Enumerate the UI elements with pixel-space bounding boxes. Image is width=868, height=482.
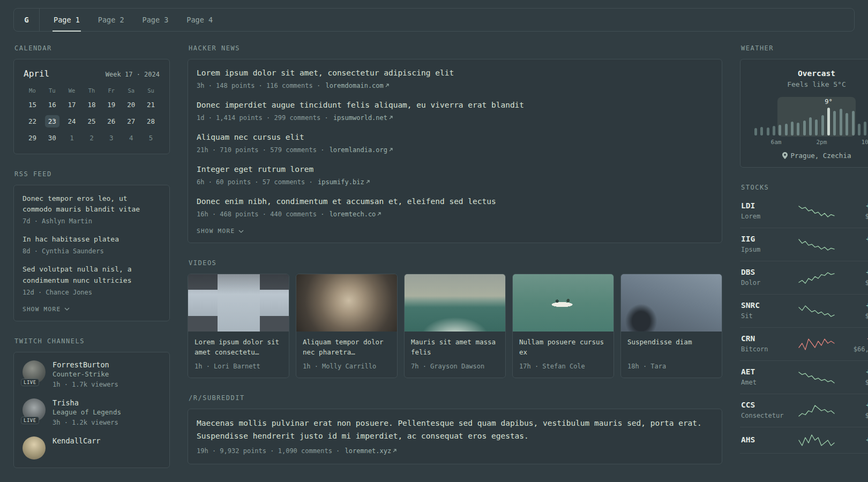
hn-source-link[interactable]: loremtech.co: [330, 210, 382, 218]
stock-price: $156.28: [843, 278, 868, 288]
stock-price: $42.04: [843, 245, 868, 254]
twitch-list: LIVEForrestBurtonCounter-Strike1h · 1.7k…: [23, 360, 161, 460]
twitch-channel[interactable]: KendallCarr: [23, 436, 161, 460]
weather-time-label: 2pm: [817, 139, 827, 146]
avatar: LIVE: [23, 398, 46, 421]
stock-row[interactable]: IIGIpsum+2.84%$42.04: [740, 228, 868, 261]
tab-page-3[interactable]: Page 3: [141, 9, 170, 32]
rss-item-title[interactable]: Donec tempor eros leo, ut commodo mauris…: [23, 193, 161, 215]
chevron-down-icon: [238, 230, 244, 233]
stock-ticker: CCS: [741, 401, 790, 409]
calendar-day: 19: [101, 97, 121, 112]
video-card[interactable]: Lorem ipsum dolor sit amet consectetu…1h…: [188, 274, 289, 378]
rss-show-more-button[interactable]: SHOW MORE: [23, 306, 70, 313]
location-pin-icon: [782, 152, 788, 159]
dashboard-page: G Page 1Page 2Page 3Page 4 CALENDAR Apri…: [0, 0, 868, 468]
weather-bar: [833, 111, 836, 135]
hn-item-title[interactable]: Aliquam nec cursus elit: [197, 132, 713, 143]
rss-item-title[interactable]: Sed volutpat nulla nisl, a condimentum n…: [23, 264, 161, 285]
twitch-channel[interactable]: LIVETrishaLeague of Legends3h · 1.2k vie…: [23, 398, 161, 427]
video-card[interactable]: Aliquam tempor dolor nec pharetra…1h · M…: [296, 274, 398, 378]
hn-source-link[interactable]: ipsumworld.net: [333, 114, 393, 122]
hn-source-link[interactable]: loremdomain.com: [325, 82, 389, 89]
calendar-day-header: Th: [82, 84, 102, 96]
stock-row[interactable]: DBSDolor+1.42%$156.28: [740, 261, 868, 295]
avatar: [23, 436, 46, 460]
stock-row[interactable]: SNRCSit+1.36%$148.64: [740, 295, 868, 328]
calendar-box: April Week 17 · 2024 MoTuWeThFrSaSu15161…: [13, 59, 170, 154]
stock-right: +4.35%$795.18: [843, 201, 868, 221]
weather-columns: [753, 106, 868, 135]
video-card[interactable]: Suspendisse diam18h · Tara: [620, 274, 722, 378]
twitch-channel[interactable]: LIVEForrestBurtonCounter-Strike1h · 1.7k…: [23, 360, 161, 389]
hn-item-meta: 21h · 710 points · 579 comments · loreml…: [197, 145, 713, 155]
weather-bar: [754, 128, 757, 135]
stock-right: +0.51%$165.84: [843, 401, 868, 420]
hn-item-title[interactable]: Integer eget rutrum lorem: [197, 164, 713, 175]
rss-item: Donec tempor eros leo, ut commodo mauris…: [23, 193, 161, 226]
rss-item-title[interactable]: In hac habitasse platea: [23, 234, 161, 245]
stock-name: Bitcorn: [741, 344, 790, 354]
hn-item-title[interactable]: Donec imperdiet augue tincidunt felis al…: [197, 100, 713, 111]
hn-item: Lorem ipsum dolor sit amet, consectetur …: [197, 67, 713, 91]
stock-ticker: SNRC: [741, 301, 790, 310]
stock-row[interactable]: AHS+0.46%: [740, 427, 868, 454]
tab-page-1[interactable]: Page 1: [53, 9, 81, 32]
weather-bar: [785, 124, 788, 135]
hn-item-title[interactable]: Lorem ipsum dolor sit amet, consectetur …: [197, 67, 713, 79]
stock-name: Sit: [741, 311, 790, 321]
calendar-day: 21: [141, 97, 161, 112]
video-card[interactable]: Mauris sit amet massa felis7h · Grayson …: [404, 274, 506, 378]
nav-tabs: Page 1Page 2Page 3Page 4: [40, 9, 230, 31]
left-column: CALENDAR April Week 17 · 2024 MoTuWeThFr…: [13, 44, 170, 468]
external-link-icon: [377, 212, 381, 216]
hn-source-link[interactable]: loremlandia.org: [330, 146, 393, 154]
calendar-day: 24: [62, 114, 82, 129]
stock-row[interactable]: AETAmet+0.92%$499.72: [740, 361, 868, 394]
calendar-widget-title: CALENDAR: [14, 44, 170, 52]
logo[interactable]: G: [14, 9, 40, 31]
hn-item: Integer eget rutrum lorem6h · 60 points …: [197, 164, 713, 187]
stock-name: Ipsum: [741, 245, 790, 254]
weather-bar: [827, 108, 830, 135]
top-navigation: G Page 1Page 2Page 3Page 4: [13, 8, 855, 32]
external-link-icon: [385, 83, 390, 88]
calendar-day: 2: [82, 130, 102, 146]
twitch-widget: TWITCH CHANNELS LIVEForrestBurtonCounter…: [13, 337, 170, 468]
stock-sparkline: [790, 434, 843, 447]
stocks-list: LDILorem+4.35%$795.18IIGIpsum+2.84%$42.0…: [740, 198, 868, 454]
rss-item: Sed volutpat nulla nisl, a condimentum n…: [23, 264, 161, 297]
tab-page-2[interactable]: Page 2: [97, 9, 125, 32]
calendar-day: 20: [121, 97, 141, 112]
video-body: Lorem ipsum dolor sit amet consectetu…1h…: [188, 332, 289, 378]
calendar-day: 22: [23, 114, 42, 129]
stock-right: +2.84%$42.04: [843, 235, 868, 254]
hn-item-title[interactable]: Donec enim nibh, condimentum et accumsan…: [197, 196, 713, 207]
hackernews-show-more-button[interactable]: SHOW MORE: [197, 228, 244, 235]
hackernews-widget: HACKER NEWS Lorem ipsum dolor sit amet, …: [188, 44, 722, 243]
rss-widget: RSS FEED Donec tempor eros leo, ut commo…: [13, 170, 170, 321]
video-body: Nullam posuere cursus ex17h · Stefan Col…: [513, 332, 613, 378]
weather-widget: WEATHER Overcast Feels like 5°C 9° 6am2p…: [740, 44, 868, 168]
stock-row[interactable]: LDILorem+4.35%$795.18: [740, 198, 868, 228]
show-more-label: SHOW MORE: [23, 306, 61, 313]
stock-row[interactable]: CCSConsectetur+0.51%$165.84: [740, 394, 868, 427]
calendar-day: 4: [121, 130, 141, 146]
stock-change: +4.35%: [843, 201, 868, 210]
hn-item-meta: 3h · 148 points · 116 comments · loremdo…: [197, 81, 713, 91]
tab-page-4[interactable]: Page 4: [185, 9, 214, 32]
video-card[interactable]: Nullam posuere cursus ex17h · Stefan Col…: [512, 274, 614, 378]
stock-left: DBSDolor: [741, 268, 790, 288]
stock-row[interactable]: CRNBitcorn-1.00%$66,171.48: [740, 328, 868, 361]
stock-price: $148.64: [843, 311, 868, 321]
subreddit-source-link[interactable]: loremnet.xyz: [345, 447, 398, 455]
hn-item: Donec imperdiet augue tincidunt felis al…: [197, 100, 713, 123]
stock-change: +1.42%: [843, 268, 868, 276]
calendar-day-header: Fr: [101, 84, 121, 96]
subreddit-post-title[interactable]: Maecenas mollis pulvinar erat non posuer…: [197, 417, 713, 443]
videos-row: Lorem ipsum dolor sit amet consectetu…1h…: [188, 274, 722, 378]
stock-right: +1.42%$156.28: [843, 268, 868, 288]
weather-bar: [773, 126, 775, 135]
hn-source-link[interactable]: ipsumify.biz: [318, 178, 370, 186]
external-link-icon: [392, 448, 397, 453]
